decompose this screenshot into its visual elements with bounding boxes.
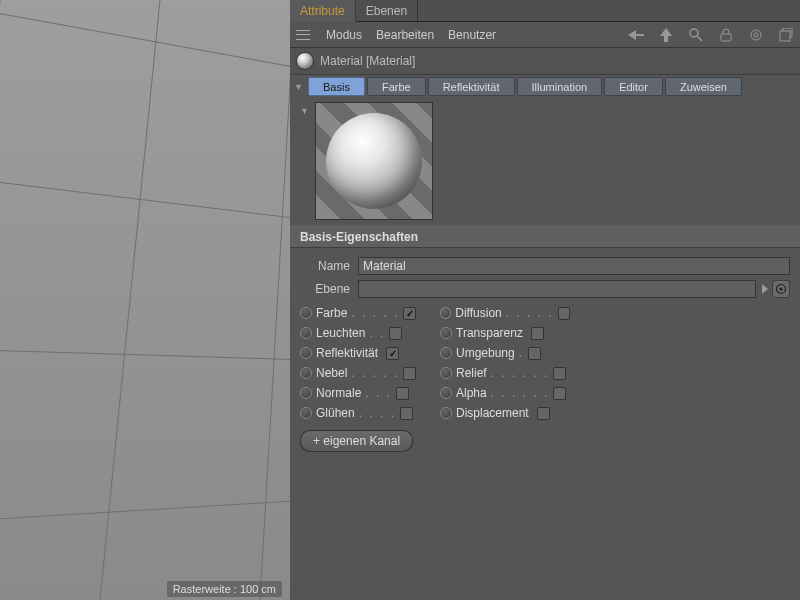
raster-width-status: Rasterweite : 100 cm — [167, 581, 282, 597]
channel-reflektivitaet-checkbox[interactable] — [386, 347, 399, 360]
tab-attribute[interactable]: Attribute — [290, 0, 356, 22]
tab-basis[interactable]: Basis — [308, 77, 365, 96]
nav-back-icon[interactable] — [628, 27, 644, 43]
disclosure-icon[interactable]: ▼ — [294, 82, 304, 92]
channel-gluehen[interactable]: Glühen . . . . — [300, 406, 420, 420]
panel-menubar: Modus Bearbeiten Benutzer — [290, 22, 800, 48]
svg-rect-13 — [721, 34, 731, 41]
tab-zuweisen[interactable]: Zuweisen — [665, 77, 742, 96]
channel-label: Transparenz — [456, 326, 523, 340]
material-header: Material [Material] — [290, 48, 800, 75]
bullet-icon — [440, 327, 452, 339]
channel-relief-checkbox[interactable] — [553, 367, 566, 380]
bullet-icon — [440, 387, 452, 399]
material-preview[interactable] — [315, 102, 433, 220]
dots: . . . . — [359, 406, 396, 420]
svg-point-18 — [780, 288, 783, 291]
dots: . . . . . . — [491, 366, 550, 380]
channel-tabs: ▼ Basis Farbe Reflektivität Illumination… — [290, 75, 800, 98]
svg-marker-9 — [660, 28, 672, 36]
svg-rect-10 — [664, 36, 668, 42]
channel-diffusion[interactable]: Diffusion . . . . . — [440, 306, 570, 320]
tab-illumination[interactable]: Illumination — [517, 77, 603, 96]
channel-leuchten-checkbox[interactable] — [389, 327, 402, 340]
channel-diffusion-checkbox[interactable] — [558, 307, 570, 320]
tab-reflektivitaet[interactable]: Reflektivität — [428, 77, 515, 96]
channel-farbe[interactable]: Farbe . . . . . — [300, 306, 420, 320]
channel-transparenz[interactable]: Transparenz — [440, 326, 570, 340]
svg-line-2 — [0, 350, 290, 360]
bullet-icon — [440, 307, 451, 319]
channel-gluehen-checkbox[interactable] — [400, 407, 413, 420]
menu-icon[interactable] — [296, 30, 310, 40]
svg-marker-7 — [628, 30, 636, 40]
channel-grid: Farbe . . . . . Diffusion . . . . . Leuc… — [300, 306, 790, 420]
preview-disclosure-icon[interactable]: ▼ — [300, 106, 309, 220]
dots: . . — [369, 326, 385, 340]
name-label: Name — [300, 259, 358, 273]
channel-label: Normale — [316, 386, 361, 400]
channel-label: Glühen — [316, 406, 355, 420]
svg-line-0 — [0, 10, 290, 70]
ebene-picker-button[interactable] — [772, 280, 790, 298]
ebene-label: Ebene — [300, 282, 358, 296]
dots: . — [519, 346, 524, 360]
svg-rect-16 — [780, 31, 790, 41]
ebene-field[interactable] — [358, 280, 756, 298]
channel-leuchten[interactable]: Leuchten . . — [300, 326, 420, 340]
search-icon[interactable] — [688, 27, 704, 43]
tab-farbe[interactable]: Farbe — [367, 77, 426, 96]
viewport[interactable]: Rasterweite : 100 cm — [0, 0, 290, 600]
bullet-icon — [300, 327, 312, 339]
channel-normale[interactable]: Normale . . . — [300, 386, 420, 400]
channel-nebel[interactable]: Nebel . . . . . — [300, 366, 420, 380]
add-custom-channel-button[interactable]: + eigenen Kanal — [300, 430, 413, 452]
svg-rect-8 — [636, 34, 644, 36]
channel-alpha[interactable]: Alpha . . . . . . — [440, 386, 570, 400]
name-field[interactable] — [358, 257, 790, 275]
svg-point-14 — [751, 30, 761, 40]
material-sphere-icon — [296, 52, 314, 70]
tab-ebenen[interactable]: Ebenen — [356, 0, 418, 21]
channel-label: Leuchten — [316, 326, 365, 340]
svg-line-12 — [697, 36, 702, 41]
channel-label: Diffusion — [455, 306, 501, 320]
material-title: Material [Material] — [320, 54, 415, 68]
channel-reflektivitaet[interactable]: Reflektivität — [300, 346, 420, 360]
channel-label: Farbe — [316, 306, 347, 320]
menu-benutzer[interactable]: Benutzer — [448, 28, 496, 42]
channel-alpha-checkbox[interactable] — [553, 387, 566, 400]
panel-tabs: Attribute Ebenen — [290, 0, 800, 22]
svg-line-3 — [0, 500, 290, 520]
menu-modus[interactable]: Modus — [326, 28, 362, 42]
lock-icon[interactable] — [718, 27, 734, 43]
bullet-icon — [300, 407, 312, 419]
svg-line-1 — [0, 180, 290, 220]
channel-normale-checkbox[interactable] — [396, 387, 409, 400]
nav-up-icon[interactable] — [658, 27, 674, 43]
channel-displacement[interactable]: Displacement — [440, 406, 570, 420]
ebene-dropdown-icon[interactable] — [762, 284, 768, 294]
tab-editor[interactable]: Editor — [604, 77, 663, 96]
channel-label: Displacement — [456, 406, 529, 420]
section-basis-eigenschaften: Basis-Eigenschaften — [290, 226, 800, 248]
bullet-icon — [300, 347, 312, 359]
menu-bearbeiten[interactable]: Bearbeiten — [376, 28, 434, 42]
channel-label: Umgebung — [456, 346, 515, 360]
channel-displacement-checkbox[interactable] — [537, 407, 550, 420]
channel-farbe-checkbox[interactable] — [403, 307, 416, 320]
target-icon[interactable] — [748, 27, 764, 43]
new-window-icon[interactable] — [778, 27, 794, 43]
viewport-grid — [0, 0, 290, 600]
bullet-icon — [300, 307, 312, 319]
basis-form: Name Ebene Farbe . . . . . Diffusion . .… — [290, 248, 800, 462]
attribute-panel: Attribute Ebenen Modus Bearbeiten Benutz… — [290, 0, 800, 600]
dots: . . . . . — [351, 366, 399, 380]
channel-umgebung-checkbox[interactable] — [528, 347, 541, 360]
channel-nebel-checkbox[interactable] — [403, 367, 416, 380]
channel-transparenz-checkbox[interactable] — [531, 327, 544, 340]
bullet-icon — [300, 387, 312, 399]
channel-umgebung[interactable]: Umgebung . — [440, 346, 570, 360]
channel-relief[interactable]: Relief . . . . . . — [440, 366, 570, 380]
channel-label: Nebel — [316, 366, 347, 380]
